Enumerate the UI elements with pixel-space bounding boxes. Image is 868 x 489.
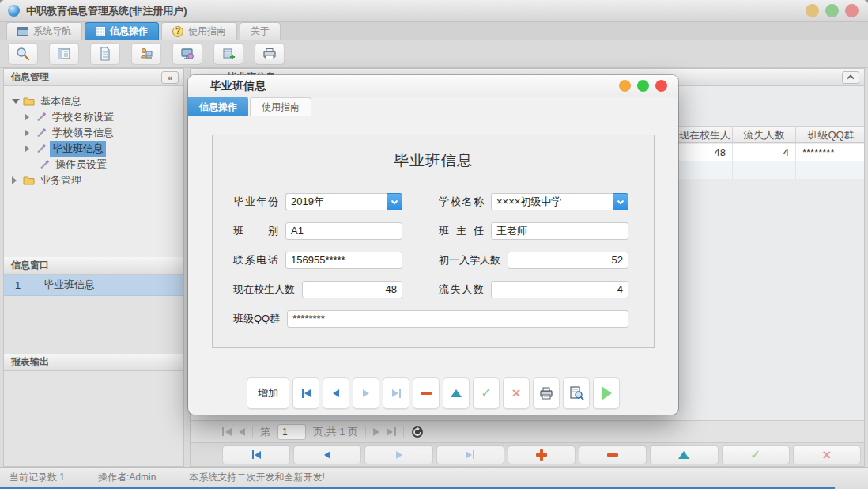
print-button[interactable] [533,377,560,409]
dialog-minimize-button[interactable] [619,80,631,92]
page-label-suffix: 页,共 1 页 [313,425,358,439]
current-count-input[interactable]: 48 [302,281,402,298]
next-page-button[interactable] [373,428,379,436]
edit-icon [451,389,462,397]
chevron-up-icon [847,74,855,80]
report-output-area [4,371,183,466]
lost-count-input[interactable]: 4 [491,281,628,298]
expander-right-icon[interactable] [25,145,34,153]
sidebar-header-report-output: 报表输出 [4,354,183,371]
cancel-button[interactable] [503,377,530,409]
close-button[interactable] [845,4,859,17]
monitor-button[interactable] [172,43,202,65]
dialog-close-button[interactable] [655,80,667,92]
tree-item-operator-setting[interactable]: 操作员设置 [4,157,183,172]
qq-group-input[interactable]: ******** [287,310,628,328]
preview-button[interactable] [563,377,590,409]
wand-icon [36,127,47,138]
list-item[interactable]: 1 毕业班信息 [4,275,183,296]
search-button[interactable] [8,43,38,65]
minimize-button[interactable] [806,4,819,17]
tree-item-graduating-class[interactable]: 毕业班信息 [4,141,183,157]
expander-right-icon[interactable] [25,113,34,121]
dialog-title: 毕业班信息 [210,79,266,93]
last-record-button[interactable] [383,377,409,409]
refresh-button[interactable] [411,426,424,438]
column-header[interactable]: 现在校生人 [677,127,732,144]
operator-button[interactable] [131,43,161,65]
tree-item-business-manage[interactable]: 业务管理 [4,172,183,188]
tree-item-school-name[interactable]: 学校名称设置 [4,109,183,125]
first-page-button[interactable] [222,427,232,436]
dialog-tab-info-operation[interactable]: 信息操作 [188,97,248,116]
dropdown-button[interactable] [387,193,402,210]
form-title: 毕业班信息 [213,150,654,171]
record-edit-button[interactable] [650,445,718,464]
tab-info-operation[interactable]: 信息操作 [85,22,159,40]
dialog-maximize-button[interactable] [637,80,649,92]
record-last-button[interactable] [436,445,504,464]
contact-phone-input[interactable]: 156955***** [285,252,402,269]
edit-button[interactable] [443,377,470,409]
tab-label: 使用指南 [188,25,226,38]
record-first-button[interactable] [222,445,290,464]
column-header[interactable]: 班级QQ群 [795,127,864,144]
column-header[interactable]: 流失人数 [732,127,795,144]
document-button[interactable] [90,43,120,65]
play-icon [602,386,612,400]
expander-right-icon[interactable] [12,176,21,184]
record-cancel-button[interactable] [793,445,861,464]
tree-item-basic-info[interactable]: 基本信息 [4,93,183,109]
post-button[interactable] [473,377,500,409]
sidebar-collapse-button[interactable]: « [161,71,179,84]
tree-item-school-leader[interactable]: 学校领导信息 [4,125,183,141]
prev-page-button[interactable] [239,428,245,436]
printer-button[interactable] [255,43,285,65]
field-enrolled-count: 初一入学人数 52 [439,251,628,270]
tab-user-guide[interactable]: 使用指南 [161,22,237,40]
record-delete-button[interactable] [579,445,647,464]
first-record-icon [255,451,261,459]
tab-about[interactable]: 关于 [240,22,281,40]
data-list-icon [57,47,71,61]
refresh-icon [411,426,424,438]
plus-icon [536,449,547,461]
last-page-button[interactable] [387,427,396,436]
expander-down-icon[interactable] [12,99,21,104]
next-record-button[interactable] [353,377,379,409]
main-tab-bar: 系统导航 信息操作 使用指南 关于 [0,22,868,40]
x-icon [511,385,520,401]
execute-button[interactable] [593,377,620,409]
enrolled-count-input[interactable]: 52 [508,252,628,269]
divider [252,426,253,438]
maximize-button[interactable] [825,4,839,17]
first-record-button[interactable] [292,377,319,409]
database-add-button[interactable] [213,43,243,65]
head-teacher-input[interactable]: 王老师 [491,222,628,240]
tab-system-nav[interactable]: 系统导航 [6,22,82,40]
panel-collapse-button[interactable] [842,71,859,84]
graduation-year-combo[interactable]: 2019年 [285,193,402,210]
panel-title: 报表输出 [11,355,49,369]
expander-right-icon[interactable] [25,129,34,137]
tree-label: 学校领导信息 [50,125,116,141]
record-post-button[interactable] [722,445,790,464]
data-list-button[interactable] [49,43,79,65]
dropdown-button[interactable] [613,193,628,210]
record-next-button[interactable] [364,445,432,464]
record-add-button[interactable] [508,445,576,464]
field-class-name: 班 别 A1 [233,222,402,241]
tab-label: 关于 [251,25,270,38]
school-name-combo[interactable]: ××××初级中学 [491,193,628,210]
class-name-input[interactable]: A1 [285,222,402,240]
page-number-input[interactable] [277,424,306,440]
monitor-icon [180,47,194,61]
panel-title: 信息管理 [11,70,49,84]
delete-button[interactable] [413,377,440,409]
record-prev-button[interactable] [293,445,361,464]
search-icon [16,47,30,61]
dialog-tab-user-guide[interactable]: 使用指南 [250,97,311,116]
tree-label: 学校名称设置 [50,109,116,125]
add-button[interactable]: 增加 [247,377,289,409]
prev-record-button[interactable] [323,377,349,409]
